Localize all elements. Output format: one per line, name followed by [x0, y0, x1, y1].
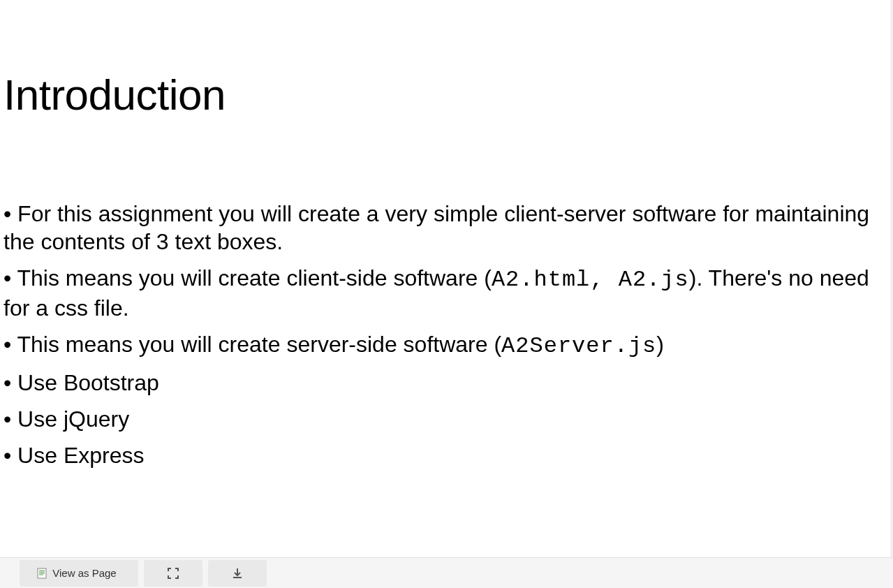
download-button[interactable]	[208, 560, 267, 587]
download-icon	[231, 567, 244, 580]
bullet-text: • Use Bootstrap	[3, 370, 159, 395]
document-content: Introduction • For this assignment you w…	[0, 0, 893, 557]
document-toolbar: View as Page	[0, 557, 893, 588]
fullscreen-icon	[167, 567, 179, 580]
bullet-text-prefix: • This means you will create client-side…	[3, 265, 492, 291]
fullscreen-button[interactable]	[144, 560, 202, 587]
bullet-text-prefix: • This means you will create server-side…	[3, 332, 501, 357]
view-as-page-label: View as Page	[52, 567, 116, 579]
bullet-text: • For this assignment you will create a …	[3, 201, 869, 254]
bullet-text: • Use jQuery	[3, 406, 129, 432]
bullet-item: • Use jQuery	[3, 405, 887, 433]
bullet-text-suffix: )	[656, 332, 664, 357]
document-heading: Introduction	[3, 70, 887, 119]
bullet-text: • Use Express	[3, 443, 144, 468]
bullet-text-mono: A2Server.js	[501, 333, 656, 359]
bullet-text-mono: A2.html, A2.js	[492, 267, 689, 293]
bullet-item: • This means you will create server-side…	[3, 330, 887, 360]
bullet-item: • This means you will create client-side…	[3, 264, 887, 322]
view-as-page-button[interactable]: View as Page	[20, 560, 138, 587]
bullet-item: • For this assignment you will create a …	[3, 200, 887, 256]
bullet-item: • Use Bootstrap	[3, 369, 887, 397]
bullet-item: • Use Express	[3, 441, 887, 469]
page-icon	[37, 568, 47, 579]
